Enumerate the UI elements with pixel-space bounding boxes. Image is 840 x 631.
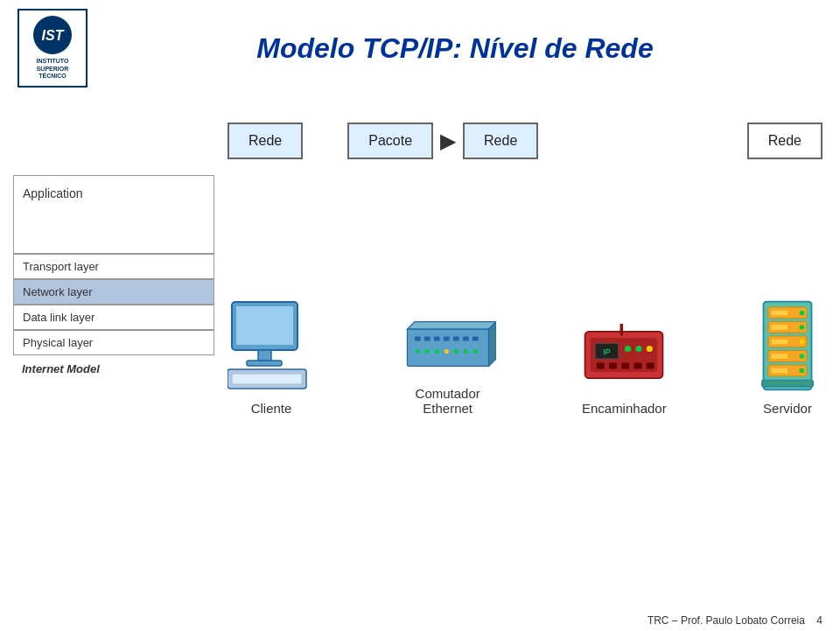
device-servidor: Servidor [752,298,822,416]
svg-rect-40 [772,311,788,316]
svg-rect-35 [634,362,642,368]
router-svg: IP [580,324,668,394]
svg-text:IP: IP [604,347,611,356]
svg-marker-8 [407,322,496,329]
svg-rect-43 [772,325,788,330]
svg-rect-11 [415,337,421,341]
svg-marker-10 [488,322,495,367]
svg-point-18 [415,349,419,354]
svg-rect-49 [772,354,788,359]
layer-application: Application [13,175,214,254]
layers-sidebar: Application Transport layer Network laye… [13,175,214,375]
svg-rect-17 [472,337,479,341]
main-content: Rede Pacote ▶ Rede Rede Application Tran… [0,105,840,613]
footer-text: TRC – Prof. Paulo Lobato Correia [648,614,805,627]
internet-model-label: Internet Model [13,362,214,375]
svg-point-47 [800,340,805,345]
svg-rect-52 [772,368,788,374]
box-rede-3: Rede [747,123,822,159]
svg-rect-12 [424,337,430,341]
title-area: Modelo TCP/IP: Nível de Rede [88,32,822,65]
svg-rect-13 [434,337,440,341]
comutador-label: Comutador Ethernet [416,386,480,416]
layer-datalink: Data link layer [13,305,214,330]
svg-rect-37 [620,324,624,335]
encaminhador-label: Encaminhador [582,401,667,416]
main-title: Modelo TCP/IP: Nível de Rede [88,32,822,65]
svg-point-50 [800,354,805,359]
box-pacote: Pacote [347,123,433,159]
layer-network: Network layer [13,279,214,305]
box-rede-1: Rede [228,123,303,159]
computer-svg [228,298,315,394]
svg-rect-54 [762,380,814,386]
cliente-label: Cliente [251,401,292,416]
svg-point-19 [424,349,429,354]
svg-rect-9 [407,329,488,366]
layer-physical: Physical layer [13,330,214,355]
servidor-label: Servidor [763,401,812,416]
svg-point-24 [472,349,477,354]
svg-rect-7 [232,374,302,384]
logo: IST INSTITUTO SUPERIOR TÉCNICO [18,9,88,88]
devices-row: Cliente [228,298,822,416]
device-encaminhador: IP Encaminhador [580,324,668,416]
svg-point-41 [800,311,805,316]
svg-point-29 [625,346,631,352]
svg-rect-46 [772,340,788,345]
svg-point-20 [434,349,438,354]
svg-point-21 [444,349,448,354]
svg-rect-36 [647,362,654,368]
svg-rect-3 [236,306,293,345]
svg-point-31 [647,346,653,352]
switch-svg [400,309,496,379]
svg-point-53 [800,368,805,374]
svg-rect-33 [609,362,617,368]
svg-rect-14 [444,337,450,341]
svg-point-44 [800,325,805,330]
arrow-2: ▶ [440,129,456,153]
top-boxes-row: Rede Pacote ▶ Rede Rede [228,123,822,159]
svg-rect-34 [622,362,630,368]
box-rede-2: Rede [463,123,538,159]
footer-page: 4 [816,614,822,627]
svg-rect-15 [453,337,459,341]
svg-point-22 [453,349,458,354]
svg-point-30 [636,346,642,352]
svg-rect-32 [597,362,605,368]
logo-circle: IST [33,16,72,54]
device-cliente: Cliente [228,298,315,416]
layer-transport: Transport layer [13,254,214,279]
svg-rect-16 [463,337,469,341]
logo-text: INSTITUTO SUPERIOR TÉCNICO [37,58,69,80]
device-comutador: Comutador Ethernet [400,309,496,416]
footer: TRC – Prof. Paulo Lobato Correia 4 [648,614,822,627]
svg-rect-5 [247,361,282,366]
svg-rect-4 [258,350,271,361]
svg-text:IST: IST [42,28,65,43]
svg-point-23 [463,349,467,354]
server-svg [752,298,822,394]
